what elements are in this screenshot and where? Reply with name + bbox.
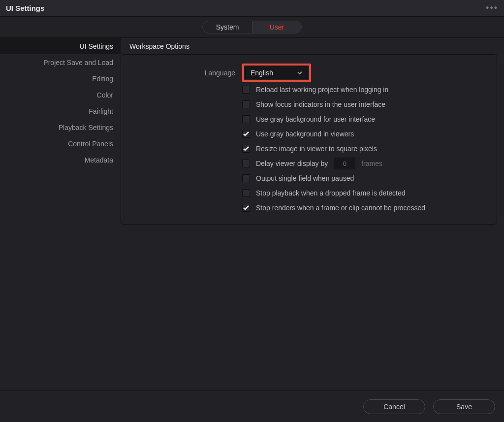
option-label: Output single field when paused	[256, 174, 354, 182]
sidebar-item-label: Control Panels	[68, 140, 113, 148]
language-value: English	[251, 69, 273, 77]
checkbox-focus-indicators[interactable]	[242, 100, 250, 108]
language-label: Language	[131, 69, 242, 77]
checkbox-gray-bg-viewers[interactable]	[242, 130, 250, 138]
main: Workspace Options Language English	[121, 38, 504, 390]
tab-strip: System User	[0, 17, 504, 37]
save-button[interactable]: Save	[433, 399, 495, 414]
option-label: Reload last working project when logging…	[256, 86, 388, 94]
sidebar-item-editing[interactable]: Editing	[0, 70, 121, 87]
option-row: Output single field when paused	[131, 171, 487, 186]
sidebar-item-ui-settings[interactable]: UI Settings	[0, 38, 121, 54]
option-row: Resize image in viewer to square pixels	[131, 141, 487, 156]
language-highlight: English	[242, 64, 311, 82]
cancel-button[interactable]: Cancel	[363, 399, 425, 414]
checkbox-gray-bg-ui[interactable]	[242, 115, 250, 123]
delay-row: Delay viewer display by 0 frames	[131, 156, 487, 171]
overflow-menu-icon[interactable]: •••	[486, 3, 498, 13]
option-row: Stop playback when a dropped frame is de…	[131, 186, 487, 200]
option-row: Use gray background in viewers	[131, 127, 487, 141]
checkbox-stop-renders[interactable]	[242, 204, 250, 212]
checkbox-reload-project[interactable]	[242, 86, 250, 94]
body: UI Settings Project Save and Load Editin…	[0, 37, 504, 390]
sidebar-item-metadata[interactable]: Metadata	[0, 152, 121, 168]
option-label: Resize image in viewer to square pixels	[256, 145, 377, 153]
option-label: Show focus indicators in the user interf…	[256, 100, 385, 108]
sidebar-item-label: Editing	[92, 75, 113, 83]
option-row: Use gray background for user interface	[131, 112, 487, 127]
option-label: Use gray background in viewers	[256, 130, 354, 138]
option-row: Reload last working project when logging…	[131, 82, 487, 97]
sidebar-item-color[interactable]: Color	[0, 87, 121, 103]
language-row: Language English	[131, 64, 487, 82]
tab-user[interactable]: User	[252, 21, 301, 33]
option-label: Stop playback when a dropped frame is de…	[256, 189, 406, 197]
option-row: Show focus indicators in the user interf…	[131, 97, 487, 112]
sidebar-item-playback-settings[interactable]: Playback Settings	[0, 119, 121, 135]
checkbox-delay-viewer[interactable]	[242, 160, 250, 167]
checkbox-output-single-field[interactable]	[242, 174, 250, 182]
language-dropdown[interactable]: English	[245, 66, 308, 79]
workspace-options-panel: Language English	[121, 54, 497, 225]
sidebar-item-label: UI Settings	[80, 42, 113, 50]
chevron-down-icon	[297, 70, 303, 76]
option-label: Stop renders when a frame or clip cannot…	[256, 204, 425, 212]
delay-unit: frames	[361, 160, 382, 167]
footer: Cancel Save	[0, 390, 504, 422]
section-title: Workspace Options	[121, 38, 497, 54]
sidebar-item-project-save-load[interactable]: Project Save and Load	[0, 54, 121, 70]
tab-system[interactable]: System	[203, 21, 252, 33]
sidebar-item-label: Playback Settings	[59, 124, 113, 131]
titlebar: UI Settings •••	[0, 0, 504, 17]
sidebar-item-label: Metadata	[85, 156, 113, 164]
sidebar-item-control-panels[interactable]: Control Panels	[0, 135, 121, 152]
sidebar-item-label: Fairlight	[89, 107, 113, 115]
sidebar-item-label: Color	[97, 91, 113, 99]
sidebar: UI Settings Project Save and Load Editin…	[0, 38, 121, 390]
tab-group: System User	[202, 21, 302, 33]
checkbox-stop-playback-dropped[interactable]	[242, 189, 250, 197]
sidebar-item-fairlight[interactable]: Fairlight	[0, 103, 121, 119]
checkbox-resize-square-pixels[interactable]	[242, 145, 250, 153]
delay-frames-input[interactable]: 0	[334, 158, 355, 169]
settings-window: UI Settings ••• System User UI Settings …	[0, 0, 504, 422]
sidebar-item-label: Project Save and Load	[43, 59, 113, 66]
window-title: UI Settings	[6, 4, 44, 12]
option-label: Use gray background for user interface	[256, 115, 375, 123]
delay-prefix: Delay viewer display by	[256, 160, 328, 167]
option-row: Stop renders when a frame or clip cannot…	[131, 200, 487, 215]
